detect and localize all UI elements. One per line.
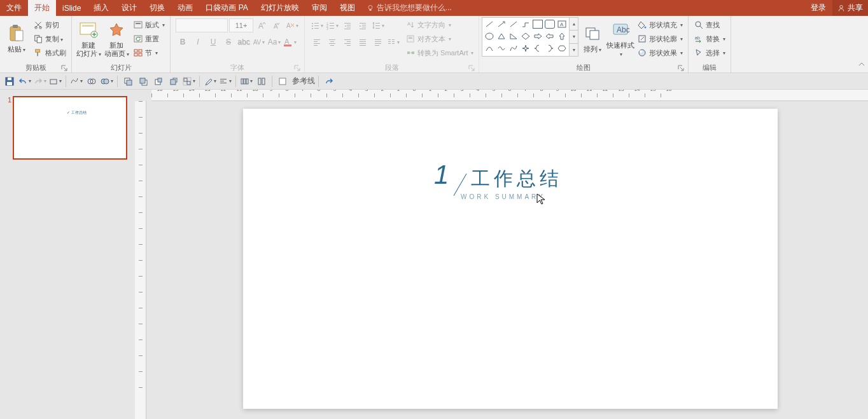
login-button[interactable]: 登录: [804, 0, 832, 16]
grow-font-button[interactable]: A: [255, 18, 269, 32]
shape-effects-button[interactable]: 形状效果: [634, 46, 685, 59]
qat-eyedropper-button[interactable]: [203, 74, 217, 88]
indent-decrease-button[interactable]: [340, 18, 354, 32]
quick-styles-button[interactable]: Abc 快速样式: [606, 17, 634, 60]
qat-freeform-button[interactable]: [69, 74, 83, 88]
thumbnail-pane[interactable]: 1 ✓ 工作总结: [0, 90, 135, 419]
columns-button[interactable]: [386, 35, 400, 49]
shape-roundrect-icon[interactable]: [545, 20, 555, 29]
qat-group-button[interactable]: [182, 74, 196, 88]
bold-button[interactable]: B: [176, 35, 190, 49]
underline-button[interactable]: U: [206, 35, 220, 49]
qat-bring-forward-button[interactable]: [151, 74, 165, 88]
select-button[interactable]: 选择: [691, 46, 728, 59]
reset-button[interactable]: 重置: [130, 32, 167, 45]
qat-bring-front-button[interactable]: [121, 74, 135, 88]
cut-button[interactable]: 剪切: [31, 18, 69, 31]
font-name-combo[interactable]: [176, 18, 228, 32]
strike-button[interactable]: S: [221, 35, 235, 49]
paste-button[interactable]: 粘贴: [3, 17, 31, 60]
menu-transition[interactable]: 切换: [143, 0, 171, 16]
shape-rtriangle-icon[interactable]: [508, 32, 519, 41]
shape-arrow-up-icon[interactable]: [557, 32, 567, 41]
char-spacing-button[interactable]: AV: [252, 35, 266, 49]
bullets-button[interactable]: [310, 18, 324, 32]
align-distribute-button[interactable]: [371, 35, 385, 49]
tell-me-search[interactable]: 告诉我您想要做什么...: [367, 3, 452, 13]
find-button[interactable]: 查找: [691, 18, 728, 31]
smartart-button[interactable]: 转换为 SmartArt: [403, 46, 476, 59]
clipboard-launcher[interactable]: [61, 65, 67, 71]
shape-star4-icon[interactable]: [521, 44, 531, 53]
align-justify-button[interactable]: [356, 35, 370, 49]
shape-line2-icon[interactable]: [508, 20, 519, 29]
line-spacing-button[interactable]: [371, 18, 385, 32]
thumbnail-item[interactable]: 1 ✓ 工作总结: [4, 96, 131, 160]
replace-button[interactable]: ab替换: [691, 32, 728, 45]
qat-distribute-button[interactable]: [239, 74, 253, 88]
redo-button[interactable]: [33, 74, 47, 88]
shape-fill-button[interactable]: 形状填充: [634, 18, 685, 31]
clear-format-button[interactable]: A: [285, 18, 299, 32]
align-right-button[interactable]: [340, 35, 354, 49]
qat-align-menu-button[interactable]: [218, 74, 232, 88]
qat-send-back-button[interactable]: [136, 74, 150, 88]
drawing-launcher[interactable]: [678, 65, 684, 71]
qat-gridlines-checkbox[interactable]: [276, 74, 290, 88]
arrange-button[interactable]: 排列: [578, 17, 606, 60]
layout-button[interactable]: 版式: [130, 18, 167, 31]
undo-button[interactable]: [18, 74, 32, 88]
share-button[interactable]: 共享: [832, 0, 868, 16]
shape-line-icon[interactable]: [484, 20, 494, 29]
qat-redo2-button[interactable]: [322, 74, 336, 88]
shape-free1-icon[interactable]: [496, 44, 507, 53]
numbering-button[interactable]: 123: [325, 18, 339, 32]
shape-brace-r-icon[interactable]: [545, 44, 555, 53]
shrink-font-button[interactable]: A: [270, 18, 284, 32]
vertical-ruler[interactable]: 9876543210123456789: [135, 101, 146, 419]
shape-rect-icon[interactable]: [533, 20, 543, 29]
shape-connector-icon[interactable]: [521, 20, 531, 29]
shape-oval-icon[interactable]: [484, 32, 494, 41]
font-size-combo[interactable]: [229, 18, 253, 32]
shape-brace-l-icon[interactable]: [533, 44, 543, 53]
menu-review[interactable]: 审阅: [305, 0, 333, 16]
gallery-more-button[interactable]: ▾: [570, 44, 578, 56]
shape-hex-icon[interactable]: [557, 44, 567, 53]
menu-file[interactable]: 文件: [0, 0, 28, 16]
section-button[interactable]: 节: [130, 46, 167, 59]
new-anim-page-button[interactable]: 新加 动画页: [102, 17, 130, 60]
font-launcher[interactable]: [294, 65, 300, 71]
qat-merge-button[interactable]: [100, 74, 114, 88]
italic-button[interactable]: I: [191, 35, 205, 49]
menu-insert[interactable]: 插入: [87, 0, 115, 16]
shape-outline-button[interactable]: 形状轮廓: [634, 32, 685, 45]
format-painter-button[interactable]: 格式刷: [31, 46, 69, 59]
gallery-down-button[interactable]: ▾: [570, 31, 578, 43]
qat-send-backward-button[interactable]: [167, 74, 181, 88]
align-text-button[interactable]: 对齐文本: [403, 32, 476, 45]
thumbnail-preview[interactable]: ✓ 工作总结: [13, 96, 127, 160]
gallery-up-button[interactable]: ▴: [570, 18, 578, 31]
menu-animation[interactable]: 动画: [171, 0, 199, 16]
shape-arrow-line-icon[interactable]: [496, 20, 507, 29]
qat-anim-pane-button[interactable]: [255, 74, 269, 88]
shadow-button[interactable]: abc: [237, 35, 251, 49]
qat-shape1-button[interactable]: [48, 74, 62, 88]
slide-canvas[interactable]: 1 工作总结 WORK SUMMARY: [243, 109, 778, 409]
new-slide-button[interactable]: 新建 幻灯片: [74, 17, 102, 60]
shape-arrow-right-icon[interactable]: [533, 32, 543, 41]
menu-home[interactable]: 开始: [28, 0, 56, 16]
shape-triangle-icon[interactable]: [496, 32, 507, 41]
shape-free2-icon[interactable]: [508, 44, 519, 53]
qat-combine-button[interactable]: [85, 74, 99, 88]
horizontal-ruler[interactable]: 1615141312111098765432101234567891011121…: [151, 90, 868, 101]
menu-slideshow[interactable]: 幻灯片放映: [255, 0, 305, 16]
align-left-button[interactable]: [310, 35, 324, 49]
text-direction-button[interactable]: A文字方向: [403, 18, 476, 31]
shapes-gallery[interactable]: A ▴ ▾: [482, 17, 578, 57]
align-center-button[interactable]: [325, 35, 339, 49]
shape-curve-icon[interactable]: [484, 44, 494, 53]
shape-textbox-icon[interactable]: A: [557, 20, 567, 29]
change-case-button[interactable]: Aa: [267, 35, 281, 49]
